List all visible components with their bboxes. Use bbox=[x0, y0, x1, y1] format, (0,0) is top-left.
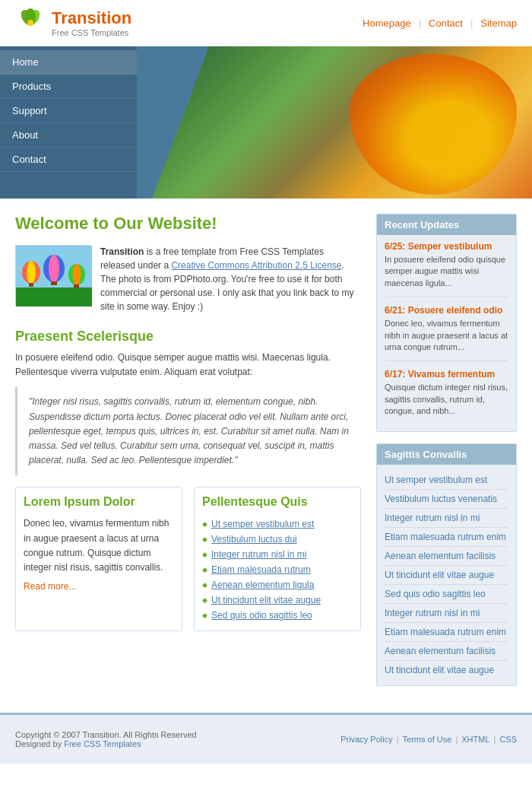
sidebar: Recent Updates 6/25: Semper vestibulumIn… bbox=[376, 214, 517, 697]
footer: Copyright © 2007 Transition. All Rights … bbox=[0, 713, 532, 764]
convallis-link-item: Integer rutrum nisl in mi bbox=[385, 509, 508, 528]
nav-products[interactable]: Products bbox=[0, 75, 137, 99]
footer-css[interactable]: CSS bbox=[499, 735, 517, 744]
logo-title: Transition bbox=[52, 8, 131, 28]
header: Transition Free CSS Templates Homepage |… bbox=[0, 0, 532, 46]
recent-item: 6/21: Posuere eleifend odioDonec leo, vi… bbox=[385, 305, 508, 361]
logo-icon bbox=[15, 8, 46, 38]
intro-link[interactable]: Creative Commons Attribution 2.5 License bbox=[171, 260, 341, 271]
intro-box: Transition is a free template from Free … bbox=[15, 245, 361, 313]
main-wrapper: Welcome to Our Website! bbox=[0, 199, 532, 713]
nav-sep-1: | bbox=[419, 17, 421, 29]
svg-rect-14 bbox=[74, 284, 79, 288]
logo: Transition Free CSS Templates bbox=[15, 8, 131, 38]
pellentesque-link[interactable]: Ut semper vestibulum est bbox=[211, 519, 314, 529]
recent-item: 6/25: Semper vestibulumIn posuere eleife… bbox=[385, 241, 508, 297]
convallis-link[interactable]: Ut semper vestibulum est bbox=[385, 475, 487, 485]
nav-sitemap[interactable]: Sitemap bbox=[480, 17, 517, 29]
footer-privacy[interactable]: Privacy Policy bbox=[340, 735, 392, 744]
flower-decoration bbox=[350, 54, 517, 195]
recent-updates-title: Recent Updates bbox=[377, 214, 516, 235]
pellentesque-link[interactable]: Aenean elementum ligula bbox=[211, 580, 314, 590]
nav-about[interactable]: About bbox=[0, 123, 137, 148]
svg-point-13 bbox=[73, 264, 81, 285]
intro-text: Transition is a free template from Free … bbox=[100, 245, 361, 313]
pellentesque-col: Pellentesque Quis Ut semper vestibulum e… bbox=[194, 487, 361, 631]
pellentesque-link-item: Etiam malesuada rutrum bbox=[202, 562, 353, 577]
praesent-body: In posuere eleifend odio. Quisque semper… bbox=[15, 351, 361, 380]
convallis-link[interactable]: Etiam malesuada rutrum enim bbox=[385, 627, 506, 637]
recent-date: 6/17: Vivamus fermentum bbox=[385, 369, 508, 380]
intro-image bbox=[15, 245, 91, 306]
pellentesque-link-item: Integer rutrum nisl in mi bbox=[202, 547, 353, 562]
footer-designed-link[interactable]: Free CSS Templates bbox=[64, 739, 141, 748]
footer-sep-1: | bbox=[397, 735, 399, 744]
convallis-link-item: Sed quis odio sagittis leo bbox=[385, 585, 508, 604]
lorem-text: Donec leo, vivamus fermentum nibh in aug… bbox=[24, 516, 174, 575]
recent-text: Donec leo, vivamus fermentum nibh in aug… bbox=[385, 318, 508, 353]
pellentesque-links: Ut semper vestibulum estVestibulum luctu… bbox=[202, 516, 353, 623]
pellentesque-link-item: Sed quis odio sagittis leo bbox=[202, 608, 353, 623]
convallis-link[interactable]: Ut tincidunt elit vitae augue bbox=[385, 665, 494, 675]
svg-rect-5 bbox=[16, 287, 92, 307]
convallis-links: Ut semper vestibulum estVestibulum luctu… bbox=[385, 471, 508, 679]
footer-xhtml[interactable]: XHTML bbox=[461, 735, 489, 744]
pellentesque-link-item: Ut semper vestibulum est bbox=[202, 516, 353, 532]
footer-right: Privacy Policy | Terms of Use | XHTML | … bbox=[340, 735, 517, 744]
pellentesque-link[interactable]: Vestibulum luctus dui bbox=[211, 534, 297, 545]
pellentesque-link[interactable]: Ut tincidunt elit vitae augue bbox=[211, 595, 321, 605]
lorem-col: Lorem Ipsum Dolor Donec leo, vivamus fer… bbox=[15, 487, 182, 631]
nav-homepage[interactable]: Homepage bbox=[363, 17, 411, 29]
intro-strong: Transition bbox=[100, 246, 144, 257]
footer-copyright: Copyright © 2007 Transition. All Rights … bbox=[15, 730, 197, 739]
logo-text-container: Transition Free CSS Templates bbox=[52, 8, 131, 37]
convallis-link[interactable]: Aenean elementum facilisis bbox=[385, 646, 496, 656]
nav-contact-side[interactable]: Contact bbox=[0, 148, 137, 172]
convallis-link[interactable]: Etiam malesuada rutrum enim bbox=[385, 532, 506, 542]
svg-rect-11 bbox=[51, 281, 57, 285]
two-col: Lorem Ipsum Dolor Donec leo, vivamus fer… bbox=[15, 487, 361, 631]
svg-point-3 bbox=[27, 20, 33, 26]
read-more-link[interactable]: Read more... bbox=[24, 581, 76, 592]
recent-date: 6/21: Posuere eleifend odio bbox=[385, 305, 508, 316]
pellentesque-title: Pellentesque Quis bbox=[202, 495, 353, 509]
convallis-link-item: Ut semper vestibulum est bbox=[385, 471, 508, 490]
convallis-link[interactable]: Integer rutrum nisl in mi bbox=[385, 513, 480, 523]
convallis-title: Sagittis Convallis bbox=[377, 444, 516, 465]
pellentesque-link-item: Vestibulum luctus dui bbox=[202, 532, 353, 547]
convallis-link[interactable]: Ut tincidunt elit vitae augue bbox=[385, 570, 494, 580]
recent-updates-box: Recent Updates 6/25: Semper vestibulumIn… bbox=[376, 214, 517, 432]
page-title: Welcome to Our Website! bbox=[15, 214, 361, 233]
footer-sep-2: | bbox=[455, 735, 458, 744]
convallis-link-item: Vestibulum luctus venenatis bbox=[385, 490, 508, 509]
convallis-box: Sagittis Convallis Ut semper vestibulum … bbox=[376, 443, 517, 686]
svg-point-7 bbox=[27, 261, 36, 284]
banner: Home Products Support About Contact bbox=[0, 46, 532, 199]
side-nav: Home Products Support About Contact bbox=[0, 46, 137, 199]
balloon-image bbox=[16, 246, 92, 307]
footer-terms[interactable]: Terms of Use bbox=[403, 735, 452, 744]
convallis-link-item: Aenean elementum facilisis bbox=[385, 547, 508, 566]
recent-text: In posuere eleifend odio quisque semper … bbox=[385, 254, 508, 289]
convallis-link-item: Etiam malesuada rutrum enim bbox=[385, 623, 508, 642]
pellentesque-link[interactable]: Integer rutrum nisl in mi bbox=[211, 549, 306, 560]
pellentesque-link[interactable]: Etiam malesuada rutrum bbox=[211, 564, 311, 575]
nav-home[interactable]: Home bbox=[0, 50, 137, 75]
footer-designed: Designed by Free CSS Templates bbox=[15, 739, 197, 748]
banner-image bbox=[152, 46, 532, 199]
recent-updates-content: 6/25: Semper vestibulumIn posuere eleife… bbox=[377, 235, 516, 431]
svg-rect-8 bbox=[29, 283, 33, 287]
svg-point-10 bbox=[49, 255, 59, 282]
pellentesque-link-item: Aenean elementum ligula bbox=[202, 577, 353, 592]
pellentesque-link[interactable]: Sed quis odio sagittis leo bbox=[211, 610, 312, 621]
convallis-link-item: Integer rutrum nisl in mi bbox=[385, 604, 508, 623]
nav-support[interactable]: Support bbox=[0, 99, 137, 123]
convallis-link[interactable]: Sed quis odio sagittis leo bbox=[385, 589, 486, 599]
content: Welcome to Our Website! bbox=[15, 214, 376, 697]
convallis-link[interactable]: Vestibulum luctus venenatis bbox=[385, 494, 497, 504]
recent-item: 6/17: Vivamus fermentumQuisque dictum in… bbox=[385, 369, 508, 424]
convallis-link[interactable]: Integer rutrum nisl in mi bbox=[385, 608, 480, 618]
convallis-link[interactable]: Aenean elementum facilisis bbox=[385, 551, 496, 561]
nav-contact[interactable]: Contact bbox=[429, 17, 463, 29]
convallis-link-item: Ut tincidunt elit vitae augue bbox=[385, 661, 508, 679]
